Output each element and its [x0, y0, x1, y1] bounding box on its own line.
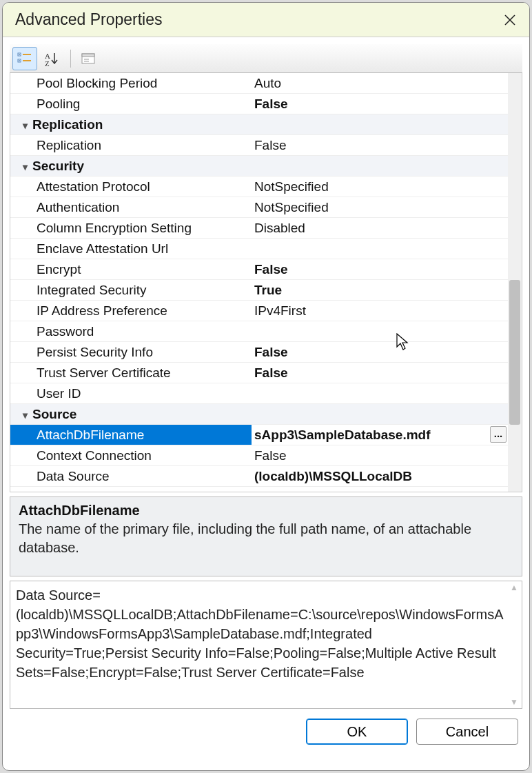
arrow-up-icon[interactable]: ▲	[508, 583, 520, 592]
property-pages-button[interactable]	[76, 47, 101, 70]
property-row[interactable]: Replication False	[10, 135, 508, 156]
property-row[interactable]: Pooling False	[10, 94, 508, 114]
property-name: Column Encryption Setting	[10, 218, 252, 238]
property-name: Replication	[10, 135, 252, 155]
ok-button[interactable]: OK	[306, 719, 408, 745]
property-value[interactable]	[252, 383, 508, 403]
property-row-selected[interactable]: AttachDbFilename sApp3\SampleDatabase.md…	[10, 425, 508, 445]
toolbar-separator	[70, 50, 71, 68]
close-icon	[504, 14, 516, 26]
property-row[interactable]: Password	[10, 321, 508, 342]
textbox-spinner: ▲ ▼	[508, 583, 520, 707]
category-label: Replication	[32, 117, 103, 132]
property-value[interactable]: False	[252, 342, 508, 362]
property-value[interactable]: Disabled	[252, 218, 508, 238]
propertygrid-toolbar: A Z	[10, 44, 522, 73]
property-row[interactable]: Column Encryption Setting Disabled	[10, 218, 508, 239]
category-row-source[interactable]: ▾Source	[10, 404, 508, 425]
property-name: IP Address Preference	[10, 301, 252, 321]
property-value[interactable]: Auto	[252, 73, 508, 93]
chevron-down-icon[interactable]: ▾	[17, 405, 32, 424]
connection-string-text[interactable]: Data Source=(localdb)\MSSQLLocalDB;Attac…	[16, 585, 505, 704]
property-value[interactable]	[252, 321, 508, 341]
property-value[interactable]: False	[252, 259, 508, 279]
property-row[interactable]: Pool Blocking Period Auto	[10, 73, 508, 94]
property-name: Context Connection	[10, 445, 252, 465]
property-row[interactable]: Persist Security Info False	[10, 342, 508, 363]
categorized-button[interactable]	[12, 47, 37, 70]
property-name: Persist Security Info	[10, 342, 252, 362]
description-panel: AttachDbFilename The name of the primary…	[10, 496, 522, 576]
property-value[interactable]: (localdb)\MSSQLLocalDB	[252, 466, 508, 486]
property-name: User ID	[10, 383, 252, 403]
svg-rect-14	[82, 54, 94, 57]
property-name: Password	[10, 321, 252, 341]
titlebar: Advanced Properties	[3, 3, 529, 37]
category-label: Security	[32, 159, 84, 173]
property-name: Pool Blocking Period	[10, 73, 252, 93]
property-name: Data Source	[10, 466, 252, 486]
advanced-properties-dialog: Advanced Properties A Z	[2, 2, 530, 771]
property-name: AttachDbFilename	[10, 425, 252, 445]
property-row[interactable]: Data Source (localdb)\MSSQLLocalDB	[10, 466, 508, 487]
scrollbar-thumb[interactable]	[509, 280, 520, 425]
alphabetical-button[interactable]: A Z	[40, 47, 65, 70]
chevron-down-icon[interactable]: ▾	[17, 157, 32, 176]
property-name: Pooling	[10, 94, 252, 114]
window-title: Advanced Properties	[15, 10, 500, 29]
category-row-security[interactable]: ▾Security	[10, 156, 508, 177]
property-name: Encrypt	[10, 259, 252, 279]
alphabetical-icon: A Z	[45, 51, 60, 66]
property-row[interactable]: Trust Server Certificate False	[10, 363, 508, 383]
arrow-down-icon[interactable]: ▼	[508, 697, 520, 707]
property-value[interactable]: NotSpecified	[252, 197, 508, 217]
vertical-scrollbar[interactable]	[508, 73, 522, 492]
categorized-icon	[17, 52, 32, 66]
property-name: Enclave Attestation Url	[10, 239, 252, 259]
property-name: Attestation Protocol	[10, 177, 252, 197]
cancel-button[interactable]: Cancel	[416, 719, 518, 745]
property-value[interactable]: False	[252, 135, 508, 155]
property-row[interactable]: Authentication NotSpecified	[10, 197, 508, 218]
property-name: Trust Server Certificate	[10, 363, 252, 383]
property-grid: Pool Blocking Period Auto Pooling False …	[10, 73, 522, 492]
close-button[interactable]	[500, 10, 520, 30]
property-value[interactable]: False	[252, 363, 508, 383]
chevron-down-icon[interactable]: ▾	[17, 115, 32, 134]
property-row[interactable]: Integrated Security True	[10, 280, 508, 301]
property-value[interactable]: IPv4First	[252, 301, 508, 321]
dialog-footer: OK Cancel	[3, 709, 529, 756]
property-row[interactable]: Attestation Protocol NotSpecified	[10, 177, 508, 197]
connection-string-box[interactable]: Data Source=(localdb)\MSSQLLocalDB;Attac…	[10, 581, 522, 709]
property-value[interactable]: False	[252, 94, 508, 114]
property-name: Integrated Security	[10, 280, 252, 300]
property-name: Authentication	[10, 197, 252, 217]
property-row[interactable]: Enclave Attestation Url	[10, 239, 508, 259]
category-row-replication[interactable]: ▾Replication	[10, 114, 508, 135]
property-value[interactable]: False	[252, 445, 508, 465]
property-value[interactable]	[252, 239, 508, 259]
property-row[interactable]: User ID	[10, 383, 508, 404]
ellipsis-button[interactable]: ...	[490, 426, 507, 443]
property-pages-icon	[81, 52, 97, 66]
category-label: Source	[32, 407, 76, 421]
property-row[interactable]: Encrypt False	[10, 259, 508, 280]
svg-text:Z: Z	[45, 59, 50, 66]
property-value[interactable]: NotSpecified	[252, 177, 508, 197]
property-row[interactable]: IP Address Preference IPv4First	[10, 301, 508, 321]
description-title: AttachDbFilename	[19, 503, 513, 519]
description-body: The name of the primary file, including …	[19, 520, 513, 557]
property-value[interactable]: True	[252, 280, 508, 300]
property-row[interactable]: Context Connection False	[10, 445, 508, 466]
property-value[interactable]: sApp3\SampleDatabase.mdf ...	[252, 425, 508, 445]
